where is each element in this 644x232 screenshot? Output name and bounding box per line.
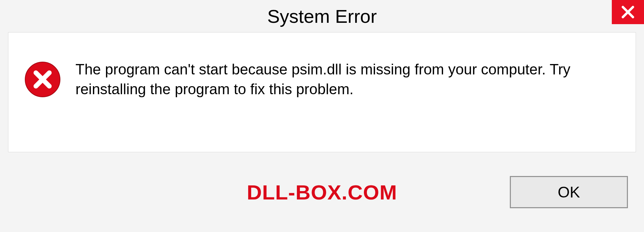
content-panel: The program can't start because psim.dll…	[8, 32, 636, 152]
watermark-text: DLL-BOX.COM	[247, 180, 397, 204]
error-message: The program can't start because psim.dll…	[75, 59, 615, 99]
error-icon	[24, 61, 61, 98]
title-bar: System Error	[0, 0, 644, 32]
button-bar: DLL-BOX.COM OK	[0, 152, 644, 232]
dialog-title: System Error	[267, 5, 377, 27]
close-icon	[621, 5, 635, 19]
ok-button[interactable]: OK	[510, 176, 628, 208]
error-dialog: System Error The program can't start bec…	[0, 0, 644, 232]
close-button[interactable]	[612, 0, 644, 24]
ok-button-label: OK	[558, 183, 580, 201]
